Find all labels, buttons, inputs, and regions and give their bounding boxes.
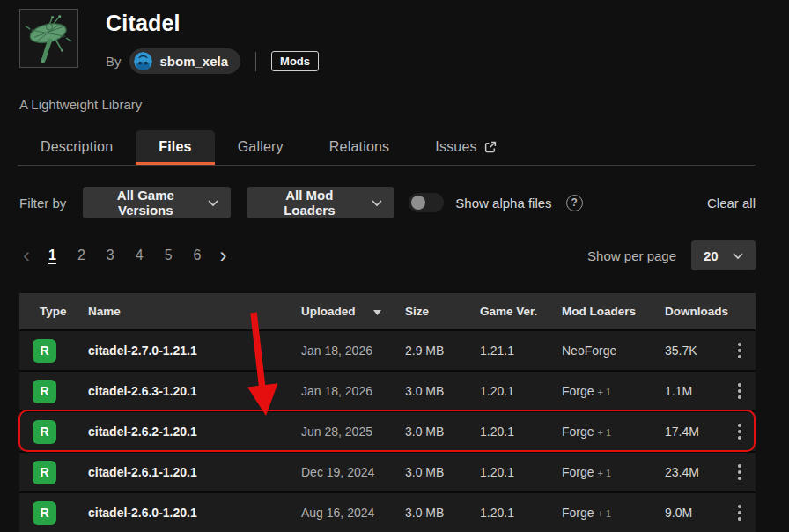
kebab-menu-icon[interactable]: [731, 338, 748, 363]
file-mod-loader: NeoForge: [562, 344, 616, 358]
file-size: 2.9 MB: [405, 344, 480, 358]
page-title: Citadel: [106, 11, 319, 36]
page-number-3[interactable]: 3: [100, 246, 121, 265]
mod-summary: A Lightweight Library: [19, 97, 756, 112]
file-size: 3.0 MB: [405, 384, 480, 398]
file-downloads: 35.7K: [665, 344, 724, 358]
page-number-1[interactable]: 1: [42, 246, 63, 265]
file-name-link[interactable]: citadel-2.6.0-1.20.1: [88, 506, 301, 520]
kebab-menu-icon[interactable]: [731, 500, 748, 525]
file-size: 3.0 MB: [405, 425, 480, 439]
file-size: 3.0 MB: [405, 465, 480, 479]
chevron-down-icon: [372, 200, 382, 207]
column-header-downloads[interactable]: Downloads: [665, 305, 724, 318]
kebab-menu-icon[interactable]: [731, 460, 748, 484]
mod-loaders-select[interactable]: All Mod Loaders: [247, 187, 394, 218]
file-downloads: 17.4M: [665, 425, 724, 439]
tab-files[interactable]: Files: [136, 130, 214, 165]
page-number-4[interactable]: 4: [129, 246, 150, 265]
next-page-button[interactable]: ›: [216, 245, 230, 266]
release-type-badge: R: [33, 501, 56, 525]
chevron-down-icon: [733, 253, 743, 260]
author-name: sbom_xela: [160, 54, 229, 69]
game-versions-select[interactable]: All Game Versions: [83, 187, 231, 218]
external-link-icon: [484, 141, 497, 153]
loader-extra-count: + 1: [598, 387, 612, 397]
table-body: R citadel-2.7.0-1.21.1 Jan 18, 2026 2.9 …: [19, 329, 756, 532]
column-header-name[interactable]: Name: [88, 305, 301, 318]
release-type-badge: R: [33, 420, 56, 444]
table-row[interactable]: R citadel-2.6.3-1.20.1 Jan 18, 2026 3.0 …: [19, 370, 756, 410]
file-downloads: 1.1M: [665, 384, 724, 398]
file-mod-loader: Forge: [562, 506, 594, 520]
kebab-menu-icon[interactable]: [731, 419, 748, 444]
file-name-link[interactable]: citadel-2.7.0-1.21.1: [88, 344, 301, 358]
tab-description[interactable]: Description: [18, 130, 136, 165]
file-uploaded-date: Dec 19, 2024: [301, 465, 405, 479]
column-header-loaders[interactable]: Mod Loaders: [562, 305, 665, 318]
sort-desc-icon: [373, 305, 381, 318]
filter-by-label: Filter by: [19, 196, 66, 211]
file-game-version: 1.21.1: [480, 344, 562, 358]
table-row[interactable]: R citadel-2.6.0-1.20.1 Aug 16, 2024 3.0 …: [19, 491, 756, 532]
table-header: Type Name Uploaded Size Game Ver. Mod Lo…: [19, 293, 756, 329]
file-name-link[interactable]: citadel-2.6.2-1.20.1: [88, 425, 301, 439]
by-label: By: [106, 54, 122, 69]
clear-all-link[interactable]: Clear all: [707, 196, 756, 211]
file-uploaded-date: Jan 18, 2026: [301, 384, 405, 398]
table-row[interactable]: R citadel-2.6.1-1.20.1 Dec 19, 2024 3.0 …: [19, 451, 756, 491]
moth-logo-icon: [24, 13, 75, 64]
file-mod-loader: Forge: [562, 384, 594, 398]
file-mod-loader: Forge: [562, 465, 594, 479]
filter-bar: Filter by All Game Versions All Mod Load…: [19, 187, 756, 218]
kebab-menu-icon[interactable]: [731, 379, 748, 403]
tab-issues[interactable]: Issues: [412, 130, 519, 165]
column-header-size[interactable]: Size: [405, 305, 480, 318]
mod-page: Citadel By sbom_xela: [19, 0, 756, 532]
file-name-link[interactable]: citadel-2.6.1-1.20.1: [88, 465, 301, 479]
files-table: Type Name Uploaded Size Game Ver. Mod Lo…: [19, 293, 756, 532]
page-number-5[interactable]: 5: [159, 246, 179, 265]
column-header-uploaded[interactable]: Uploaded: [301, 305, 405, 318]
per-page-select[interactable]: 20: [691, 240, 756, 270]
release-type-badge: R: [33, 339, 56, 363]
pagination: ‹ 123456 ›: [19, 245, 230, 266]
release-type-badge: R: [33, 380, 56, 403]
file-uploaded-date: Jun 28, 2025: [301, 425, 405, 439]
column-header-gamever[interactable]: Game Ver.: [480, 305, 562, 318]
table-row[interactable]: R citadel-2.7.0-1.21.1 Jan 18, 2026 2.9 …: [19, 329, 756, 370]
prev-page-button[interactable]: ‹: [19, 245, 33, 266]
page-number-2[interactable]: 2: [71, 246, 92, 265]
file-game-version: 1.20.1: [480, 425, 562, 439]
mod-logo[interactable]: [19, 9, 78, 68]
show-per-page-label: Show per page: [587, 248, 676, 263]
file-mod-loader: Forge: [562, 425, 594, 439]
author-avatar: [134, 52, 152, 70]
author-link[interactable]: sbom_xela: [129, 48, 241, 74]
loader-extra-count: + 1: [598, 468, 612, 478]
file-uploaded-date: Jan 18, 2026: [301, 344, 405, 358]
byline: By sbom_xela Mods: [106, 48, 319, 74]
per-page-control: Show per page 20: [587, 240, 756, 270]
file-downloads: 9.0M: [665, 506, 724, 520]
tab-relations[interactable]: Relations: [306, 130, 413, 165]
chevron-down-icon: [208, 200, 218, 207]
page-number-6[interactable]: 6: [188, 246, 208, 265]
mod-header: Citadel By sbom_xela: [19, 9, 756, 74]
file-uploaded-date: Aug 16, 2024: [301, 506, 405, 520]
file-name-link[interactable]: citadel-2.6.3-1.20.1: [88, 384, 301, 398]
file-game-version: 1.20.1: [480, 506, 562, 520]
column-header-type[interactable]: Type: [19, 305, 88, 318]
release-type-badge: R: [33, 461, 56, 484]
pager-row: ‹ 123456 › Show per page 20: [19, 240, 756, 270]
file-size: 3.0 MB: [405, 506, 480, 520]
show-alpha-toggle[interactable]: [409, 193, 444, 212]
category-badge[interactable]: Mods: [271, 51, 319, 71]
file-downloads: 23.4M: [665, 465, 724, 479]
tab-gallery[interactable]: Gallery: [215, 130, 306, 165]
table-row[interactable]: R citadel-2.6.2-1.20.1 Jun 28, 2025 3.0 …: [19, 410, 756, 451]
show-alpha-label: Show alpha files: [455, 196, 551, 211]
loader-extra-count: + 1: [598, 508, 612, 519]
help-icon[interactable]: ?: [566, 195, 583, 211]
vertical-divider: [255, 52, 256, 71]
